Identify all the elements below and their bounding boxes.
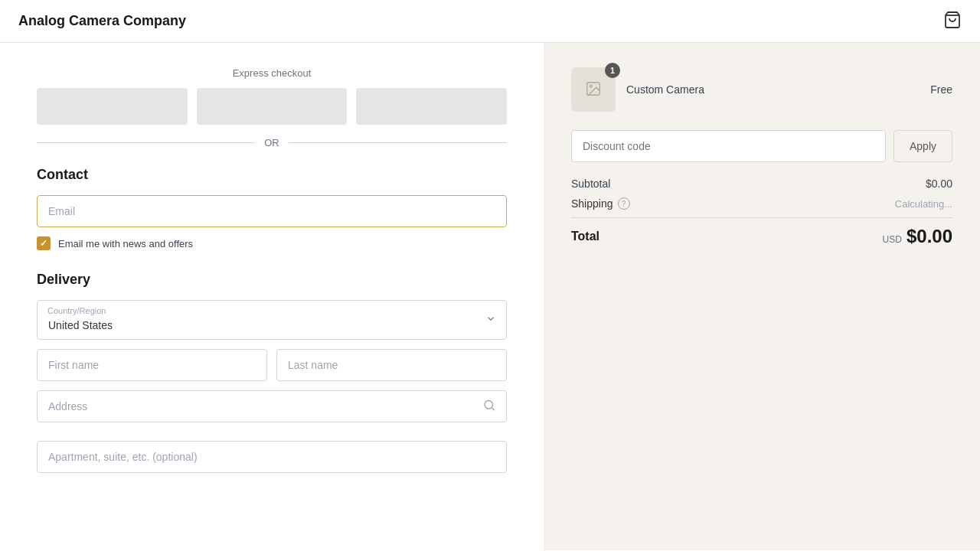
first-name-field[interactable] <box>37 349 267 381</box>
subtotal-line: Subtotal $0.00 <box>571 178 952 190</box>
site-title: Analog Camera Company <box>18 13 186 29</box>
news-offers-row: Email me with news and offers <box>37 236 507 250</box>
total-amount: $0.00 <box>906 226 952 247</box>
total-label: Total <box>571 230 599 243</box>
email-field[interactable] <box>37 195 507 227</box>
address-wrapper <box>37 390 507 422</box>
product-price: Free <box>930 83 952 96</box>
subtotal-value: $0.00 <box>926 178 952 190</box>
header: Analog Camera Company <box>0 0 980 43</box>
express-btn-1[interactable] <box>37 88 188 125</box>
main-layout: Express checkout OR Contact Email me wit… <box>0 43 980 550</box>
country-select-wrapper: Country/Region United States <box>37 300 507 340</box>
product-row: 1 Custom Camera Free <box>571 67 952 112</box>
news-offers-label: Email me with news and offers <box>58 238 193 249</box>
shipping-label-text: Shipping <box>571 197 613 210</box>
country-select[interactable]: United States <box>37 300 507 340</box>
shipping-value: Calculating... <box>895 198 952 210</box>
image-placeholder-icon <box>585 80 602 99</box>
express-btn-2[interactable] <box>197 88 348 125</box>
address-field[interactable] <box>37 390 507 422</box>
express-btn-3[interactable] <box>356 88 507 125</box>
shipping-line: Shipping ? Calculating... <box>571 197 952 210</box>
cart-icon[interactable] <box>943 11 962 31</box>
shipping-label-wrapper: Shipping ? <box>571 197 630 210</box>
shipping-info-icon[interactable]: ? <box>618 197 630 210</box>
apt-field[interactable] <box>37 441 507 473</box>
news-offers-checkbox[interactable] <box>37 236 51 250</box>
or-text: OR <box>264 137 279 148</box>
contact-section: Contact Email me with news and offers <box>37 167 507 250</box>
product-name: Custom Camera <box>626 83 704 96</box>
or-divider: OR <box>37 137 507 148</box>
apply-button[interactable]: Apply <box>893 130 952 162</box>
last-name-field[interactable] <box>276 349 507 381</box>
product-info: 1 Custom Camera <box>571 67 704 112</box>
left-panel: Express checkout OR Contact Email me wit… <box>0 43 544 550</box>
subtotal-label: Subtotal <box>571 178 610 190</box>
express-checkout-label: Express checkout <box>37 67 507 79</box>
right-panel: 1 Custom Camera Free Apply <box>544 43 980 550</box>
delivery-section-title: Delivery <box>37 272 507 288</box>
discount-code-input[interactable] <box>571 130 886 162</box>
svg-point-4 <box>590 85 592 87</box>
discount-row: Apply <box>571 130 952 162</box>
product-badge: 1 <box>605 63 620 78</box>
total-currency: USD <box>883 234 902 245</box>
total-value-wrapper: USD $0.00 <box>883 226 952 247</box>
delivery-section: Delivery Country/Region United States <box>37 272 507 473</box>
total-line: Total USD $0.00 <box>571 217 952 247</box>
express-checkout-buttons <box>37 88 507 125</box>
name-row <box>37 349 507 381</box>
contact-section-title: Contact <box>37 167 507 183</box>
product-image: 1 <box>571 67 616 112</box>
